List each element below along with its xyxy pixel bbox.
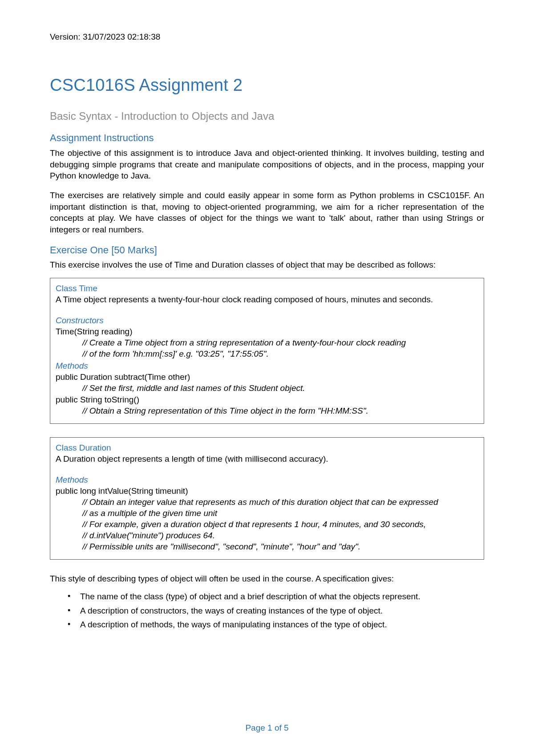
duration-comment-4: // d.intValue("minute") produces 64.: [56, 530, 478, 541]
duration-comment-2: // as a multiple of the given time unit: [56, 508, 478, 519]
duration-method-intvalue-signature: public long intValue(String timeunit): [56, 485, 478, 496]
instructions-paragraph-2: The exercises are relatively simple and …: [50, 190, 484, 236]
bullet-item-1: The name of the class (type) of object a…: [68, 591, 484, 602]
instructions-paragraph-1: The objective of this assignment is to i…: [50, 147, 484, 182]
version-text: Version: 31/07/2023 02:18:38: [50, 31, 484, 43]
time-methods-label: Methods: [56, 360, 478, 371]
time-ctor-comment-2: // of the form 'hh:mm[:ss]' e.g. "03:25"…: [56, 348, 478, 359]
duration-comment-1: // Obtain an integer value that represen…: [56, 496, 478, 508]
page-title: CSC1016S Assignment 2: [50, 74, 484, 97]
time-method-subtract-comment: // Set the first, middle and last names …: [56, 382, 478, 394]
constructors-label: Constructors: [56, 315, 478, 326]
closing-paragraph: This style of describing types of object…: [50, 573, 484, 585]
duration-comment-3: // For example, given a duration object …: [56, 519, 478, 530]
class-duration-box: Class Duration A Duration object represe…: [50, 437, 484, 560]
class-duration-desc: A Duration object represents a length of…: [56, 453, 478, 464]
duration-methods-label: Methods: [56, 474, 478, 485]
duration-comment-5: // Permissible units are "millisecond", …: [56, 541, 478, 552]
time-method-subtract-signature: public Duration subtract(Time other): [56, 371, 478, 382]
time-ctor-signature: Time(String reading): [56, 326, 478, 337]
class-duration-title: Class Duration: [56, 442, 478, 453]
spec-bullet-list: The name of the class (type) of object a…: [50, 591, 484, 630]
bullet-item-3: A description of methods, the ways of ma…: [68, 619, 484, 630]
page-footer: Page 1 of 5: [0, 722, 534, 734]
time-method-tostring-comment: // Obtain a String representation of thi…: [56, 405, 478, 416]
exercise-one-heading: Exercise One [50 Marks]: [50, 244, 484, 257]
exercise-one-intro: This exercise involves the use of Time a…: [50, 259, 484, 271]
page-subtitle: Basic Syntax - Introduction to Objects a…: [50, 109, 484, 123]
class-time-title: Class Time: [56, 283, 478, 294]
class-time-desc: A Time object represents a twenty-four-h…: [56, 294, 478, 305]
bullet-item-2: A description of constructors, the ways …: [68, 605, 484, 617]
time-method-tostring-signature: public String toString(): [56, 394, 478, 405]
instructions-heading: Assignment Instructions: [50, 131, 484, 145]
time-ctor-comment-1: // Create a Time object from a string re…: [56, 337, 478, 348]
class-time-box: Class Time A Time object represents a tw…: [50, 278, 484, 424]
